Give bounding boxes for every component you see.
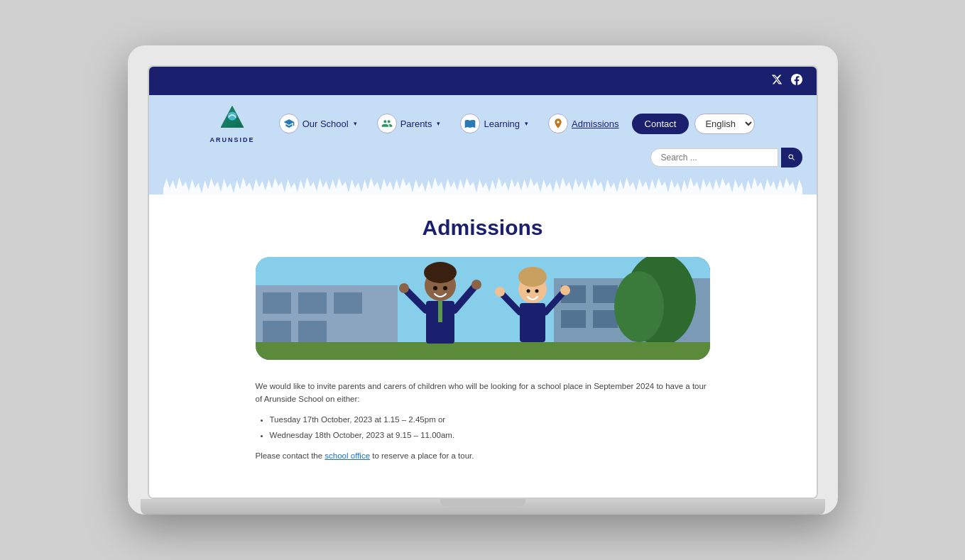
search-input[interactable] [650, 148, 778, 167]
svg-point-33 [495, 287, 505, 297]
hero-image [256, 257, 710, 360]
facebook-icon[interactable] [791, 74, 802, 88]
svg-rect-8 [298, 321, 327, 342]
top-bar [149, 67, 817, 95]
laptop-base [141, 499, 825, 515]
intro-paragraph: We would like to invite parents and care… [256, 380, 710, 406]
nav-area: ARUNSIDE Our School ▾ [149, 95, 817, 194]
svg-rect-7 [263, 321, 291, 342]
our-school-chevron: ▾ [354, 120, 357, 127]
svg-rect-11 [593, 285, 618, 303]
school-office-link[interactable]: school office [325, 451, 370, 460]
parents-chevron: ▾ [437, 120, 440, 127]
nav-item-our-school[interactable]: Our School ▾ [272, 109, 364, 138]
svg-point-35 [433, 286, 437, 290]
svg-rect-15 [593, 310, 618, 328]
svg-point-21 [424, 262, 457, 283]
svg-point-38 [535, 290, 538, 293]
nav-inner: ARUNSIDE Our School ▾ [163, 104, 802, 143]
nav-item-learning[interactable]: Learning ▾ [453, 109, 535, 138]
language-select[interactable]: English [694, 114, 755, 134]
laptop-frame: ARUNSIDE Our School ▾ [128, 45, 838, 515]
contact-suffix: to reserve a place for a tour. [370, 451, 474, 460]
admissions-icon [548, 114, 568, 133]
svg-rect-19 [256, 342, 710, 360]
tour-date-2: Wednesday 18th October, 2023 at 9.15 – 1… [270, 429, 710, 441]
svg-point-37 [526, 290, 530, 293]
svg-point-36 [443, 286, 447, 290]
tour-date-1: Tuesday 17th October, 2023 at 1.15 – 2.4… [270, 413, 710, 426]
svg-rect-4 [263, 292, 291, 314]
main-content: Admissions [149, 194, 817, 498]
tour-dates-list: Tuesday 17th October, 2023 at 1.15 – 2.4… [270, 413, 710, 442]
search-icon [787, 153, 796, 162]
contact-paragraph: Please contact the school office to rese… [256, 449, 710, 462]
svg-rect-5 [298, 292, 327, 314]
laptop-screen: ARUNSIDE Our School ▾ [148, 65, 818, 499]
grass-divider [163, 173, 802, 194]
learning-icon [460, 114, 480, 133]
svg-rect-23 [438, 301, 442, 322]
body-text: We would like to invite parents and care… [256, 380, 710, 462]
svg-point-18 [614, 271, 664, 342]
svg-rect-14 [561, 310, 586, 328]
parents-icon [377, 114, 397, 133]
svg-rect-30 [520, 303, 545, 342]
svg-point-26 [399, 283, 409, 293]
svg-point-34 [560, 285, 570, 295]
our-school-icon [279, 114, 299, 133]
logo-text: ARUNSIDE [210, 136, 255, 143]
nav-learning-label: Learning [484, 119, 520, 129]
svg-point-29 [518, 267, 547, 287]
nav-parents-label: Parents [400, 119, 432, 129]
search-button[interactable] [781, 148, 802, 168]
nav-admissions-label: Admissions [572, 119, 618, 129]
search-row [163, 143, 802, 173]
laptop-notch [440, 499, 525, 506]
nav-item-parents[interactable]: Parents ▾ [370, 109, 448, 138]
grass-svg [163, 175, 802, 194]
contact-button[interactable]: Contact [632, 114, 689, 134]
twitter-icon[interactable] [771, 74, 783, 88]
hero-svg [256, 257, 710, 360]
school-logo-icon [217, 104, 248, 135]
nav-item-admissions[interactable]: Admissions [541, 109, 626, 138]
logo-area[interactable]: ARUNSIDE [210, 104, 255, 143]
svg-point-27 [471, 280, 481, 290]
page-title: Admissions [178, 216, 788, 240]
nav-our-school-label: Our School [302, 119, 349, 129]
contact-prefix: Please contact the [256, 451, 325, 460]
svg-rect-6 [334, 292, 362, 314]
learning-chevron: ▾ [525, 120, 528, 127]
